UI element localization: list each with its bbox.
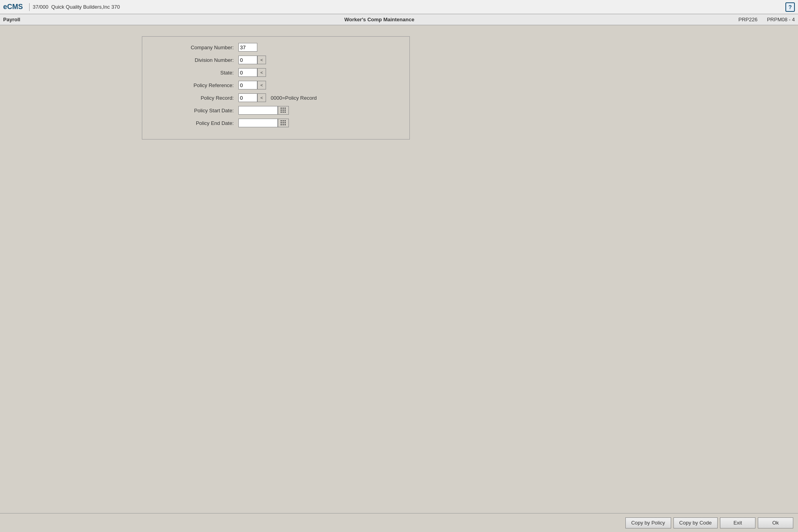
policy-end-date-calendar-button[interactable] [278,119,289,127]
screen-code: PRP226 [738,17,757,22]
copy-by-code-button[interactable]: Copy by Code [673,517,718,528]
policy-start-date-row: Policy Start Date: [152,106,400,115]
divider [29,3,30,11]
division-number-label: Division Number: [152,57,238,63]
help-button[interactable]: ? [785,2,795,12]
screen-id: PRPM08 - 4 [767,17,795,22]
company-number-row: Company Number: [152,43,400,52]
policy-reference-row: Policy Reference: < [152,81,400,89]
main-content: Company Number: Division Number: < State… [0,25,798,513]
company-number-input[interactable] [238,43,257,52]
company-info: 37/000 Quick Quality Builders,Inc 370 [33,4,120,10]
policy-start-date-input[interactable] [238,106,278,115]
copy-by-policy-button[interactable]: Copy by Policy [625,517,671,528]
policy-end-date-label: Policy End Date: [152,120,238,126]
policy-record-note: 0000=Policy Record [271,95,317,101]
form-panel: Company Number: Division Number: < State… [142,36,410,140]
company-number-label: Company Number: [152,45,238,50]
state-lookup-button[interactable]: < [257,68,266,77]
screen-title: Worker's Comp Maintenance [20,17,738,22]
policy-record-input[interactable] [238,93,257,102]
bottom-bar: Copy by Policy Copy by Code Exit Ok [0,513,798,532]
division-lookup-button[interactable]: < [257,56,266,64]
app-logo: eCMS [3,3,23,11]
policy-start-date-calendar-button[interactable] [278,106,289,115]
policy-reference-lookup-button[interactable]: < [257,81,266,89]
policy-reference-input[interactable] [238,81,257,89]
menu-right: PRP226 PRPM08 - 4 [738,17,795,22]
exit-button[interactable]: Exit [720,517,755,528]
policy-end-date-row: Policy End Date: [152,119,400,127]
division-number-row: Division Number: < [152,56,400,64]
menu-bar: Payroll Worker's Comp Maintenance PRP226… [0,14,798,25]
calendar-icon [281,120,286,126]
state-label: State: [152,70,238,76]
state-input[interactable] [238,68,257,77]
policy-start-date-label: Policy Start Date: [152,108,238,113]
ok-button[interactable]: Ok [758,517,793,528]
division-number-input[interactable] [238,56,257,64]
calendar-icon [281,108,286,113]
policy-end-date-input[interactable] [238,119,278,127]
state-row: State: < [152,68,400,77]
policy-record-lookup-button[interactable]: < [257,93,266,102]
policy-record-row: Policy Record: < 0000=Policy Record [152,93,400,102]
policy-record-label: Policy Record: [152,95,238,101]
policy-reference-label: Policy Reference: [152,82,238,88]
top-bar: eCMS 37/000 Quick Quality Builders,Inc 3… [0,0,798,14]
payroll-menu-item[interactable]: Payroll [3,17,20,22]
